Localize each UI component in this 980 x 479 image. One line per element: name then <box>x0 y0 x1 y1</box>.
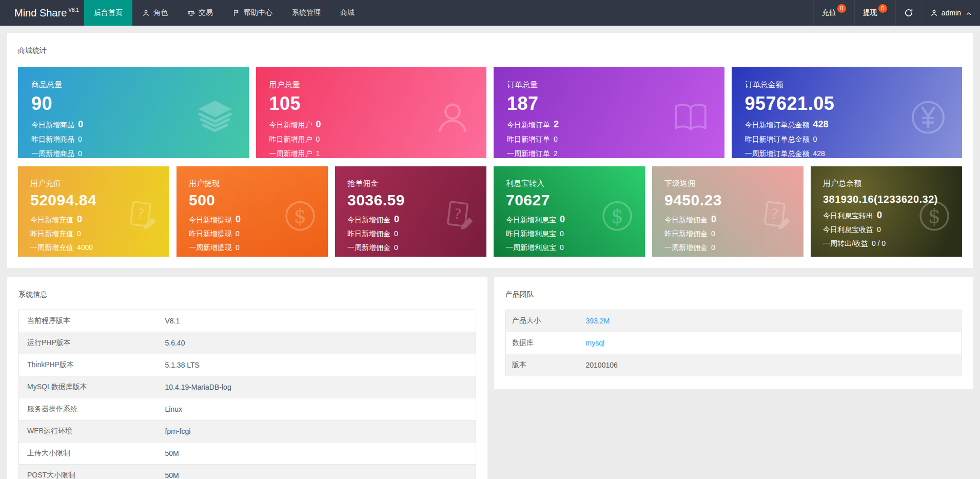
row-value-link[interactable]: mysql <box>586 332 962 354</box>
stat-line-value: 0 <box>236 243 240 252</box>
row-value: 5.1.38 LTS <box>165 354 476 376</box>
stat-line-value: 0 <box>813 135 817 143</box>
stat-line-label: 今日新增佣金 <box>347 216 390 225</box>
stat-line-label: 一周新增用户 <box>269 149 312 158</box>
stats-cards-row2: 用户充值52094.84今日新增充值0昨日新增充值0一周新增充值4000?用户提… <box>7 166 973 257</box>
row-label: MySQL数据库版本 <box>19 376 165 398</box>
stat-card-line: 今日新增提现0 <box>189 214 318 225</box>
stat-card-value: 957621.05 <box>745 93 950 114</box>
scales-icon <box>187 9 195 17</box>
stat-line-value: 0 <box>554 135 558 143</box>
stat-card-line: 今日新增佣金0 <box>347 214 476 225</box>
stat-card-value: 52094.84 <box>30 191 159 209</box>
stat-line-label: 今日新增提现 <box>189 216 232 225</box>
stat-line-value: 0 <box>877 225 881 234</box>
stat-card: 商品总量90今日新增商品0昨日新增商品0一周新增商品0 <box>18 67 249 158</box>
row-value-link[interactable]: 393.2M <box>586 310 962 332</box>
stat-line-label: 昨日新增充值 <box>30 229 73 239</box>
stat-line-value: 0 <box>560 214 565 225</box>
recharge-label: 充值 <box>822 8 836 17</box>
stats-panel-title: 商城统计 <box>7 33 973 55</box>
stat-line-label: 今日新增用户 <box>269 121 312 130</box>
stat-card-line: 一周新增商品0 <box>31 149 237 158</box>
menu-item-1[interactable]: 后台首页 <box>84 0 132 26</box>
row-value: V8.1 <box>165 310 476 332</box>
stat-line-label: 昨日新增佣金 <box>347 229 390 239</box>
stat-card-line: 今日利息宝收益0 <box>823 225 952 235</box>
row-value: 5.6.40 <box>165 332 476 354</box>
bottom-panels: 系统信息 当前程序版本V8.1运行PHP版本5.6.40ThinkPHP版本5.… <box>7 277 973 479</box>
row-value: 50M <box>165 465 476 479</box>
stat-line-value: 0 <box>316 135 320 143</box>
stat-card-line: 昨日新增佣金0 <box>664 229 793 239</box>
stat-card-line: 昨日新增用户0 <box>269 135 475 144</box>
stat-card: 用户总量105今日新增用户0昨日新增用户0一周新增用户1 <box>256 67 487 158</box>
admin-username: admin <box>942 9 961 17</box>
stat-line-value: 0 <box>711 229 715 238</box>
main-menu: 后台首页角色交易帮助中心系统管理商城 <box>84 0 813 26</box>
stat-card-line: 今日新增订单总金额428 <box>745 119 950 130</box>
stat-line-value: 428 <box>813 149 825 158</box>
stat-card: 利息宝转入70627今日新增利息宝0昨日新增利息宝0一周新增利息宝0$ <box>494 166 645 257</box>
system-info-table: 当前程序版本V8.1运行PHP版本5.6.40ThinkPHP版本5.1.38 … <box>18 310 476 479</box>
row-label: 服务器操作系统 <box>19 398 165 420</box>
product-team-title: 产品团队 <box>494 277 973 299</box>
stat-line-label: 一周新增订单 <box>507 149 550 158</box>
stat-card-value: 187 <box>507 93 712 114</box>
product-team-table: 产品大小393.2M数据库mysql版本20100106 <box>505 310 962 376</box>
menu-item-3[interactable]: 交易 <box>178 0 223 26</box>
menu-item-2[interactable]: 角色 <box>132 0 178 26</box>
table-row: 上传大小限制50M <box>19 443 476 465</box>
stat-line-label: 今日新增订单总金额 <box>745 121 810 130</box>
brand-logo[interactable]: Mind Share V8.1 <box>0 0 84 26</box>
stat-line-label: 昨日新增提现 <box>189 229 232 239</box>
row-label: 版本 <box>506 354 586 376</box>
stat-card-line: 今日新增商品0 <box>31 119 237 130</box>
row-label: 数据库 <box>506 332 586 354</box>
row-label: 当前程序版本 <box>19 310 165 332</box>
row-label: POST大小限制 <box>19 465 165 479</box>
navbar-right: 充值 0 提现 0 admin <box>813 0 980 26</box>
menu-item-4[interactable]: 帮助中心 <box>223 0 282 26</box>
menu-item-label: 交易 <box>199 8 213 17</box>
stat-card-line: 一周新增提现0 <box>189 243 318 253</box>
stat-line-label: 一周新增佣金 <box>664 243 708 253</box>
admin-menu[interactable]: admin <box>922 0 980 26</box>
stat-line-label: 一周转出/收益 <box>823 239 868 248</box>
stat-card-value: 70627 <box>506 191 635 209</box>
brand-version: V8.1 <box>68 7 79 13</box>
refresh-button[interactable] <box>895 0 922 26</box>
stat-card-line: 今日新增充值0 <box>30 214 159 225</box>
brand-text: Mind Share <box>14 7 67 19</box>
stat-line-value: 0 <box>560 243 564 252</box>
stat-card-title: 利息宝转入 <box>506 179 635 188</box>
stat-card-title: 订单总量 <box>507 80 712 90</box>
stat-card-title: 用户总余额 <box>823 179 952 188</box>
stat-line-label: 今日新增商品 <box>31 121 74 130</box>
stat-line-value: 2 <box>554 149 558 158</box>
stat-card-value: 3036.59 <box>347 191 476 209</box>
menu-item-6[interactable]: 商城 <box>330 0 364 26</box>
table-row: ThinkPHP版本5.1.38 LTS <box>19 354 476 376</box>
stat-line-value: 0 <box>394 243 398 252</box>
row-value: 10.4.19-MariaDB-log <box>165 376 476 398</box>
stat-card: 用户充值52094.84今日新增充值0昨日新增充值0一周新增充值4000? <box>18 166 169 257</box>
withdraw-badge: 0 <box>878 4 887 13</box>
stat-line-value: 0 <box>78 119 83 130</box>
stat-card-line: 昨日新增订单0 <box>507 135 712 144</box>
menu-item-5[interactable]: 系统管理 <box>282 0 330 26</box>
stat-card-line: 一周新增充值4000 <box>30 243 159 253</box>
recharge-button[interactable]: 充值 0 <box>813 0 854 26</box>
row-value: 50M <box>165 443 476 465</box>
mall-stats-panel: 商城统计 商品总量90今日新增商品0昨日新增商品0一周新增商品0用户总量105今… <box>7 33 973 268</box>
stat-card-line: 一周新增利息宝0 <box>506 243 635 253</box>
stat-card-line: 今日新增佣金0 <box>664 214 793 225</box>
stat-line-value: 0 <box>394 214 399 225</box>
stat-line-label: 今日新增订单 <box>507 121 550 130</box>
stat-card-value: 105 <box>269 93 475 114</box>
stat-line-label: 今日利息宝收益 <box>823 225 873 235</box>
stat-card: 订单总金额957621.05今日新增订单总金额428昨日新增订单总金额0一周新增… <box>732 67 963 158</box>
stat-line-label: 今日新增佣金 <box>664 216 708 225</box>
withdraw-button[interactable]: 提现 0 <box>854 0 895 26</box>
stats-cards-row1: 商品总量90今日新增商品0昨日新增商品0一周新增商品0用户总量105今日新增用户… <box>7 67 973 158</box>
